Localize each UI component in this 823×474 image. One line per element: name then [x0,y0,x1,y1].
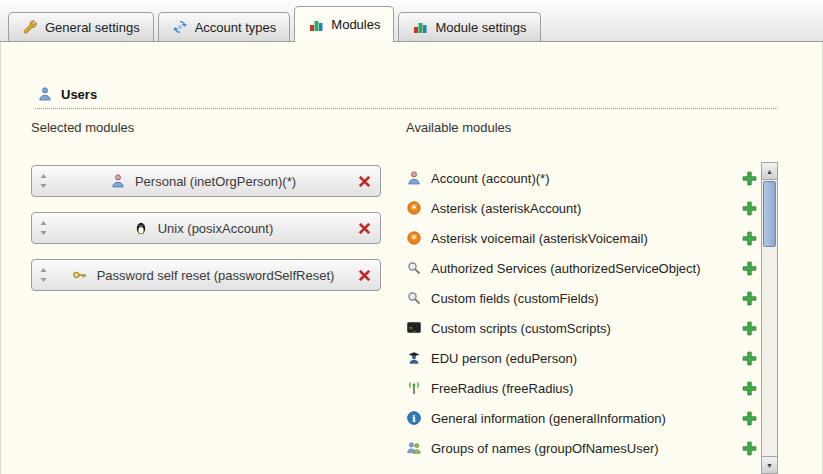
add-module-button[interactable] [741,170,758,187]
available-module-row: * Asterisk voicemail (asteriskVoicemail) [406,223,758,253]
selected-module-row[interactable]: Unix (posixAccount) [31,212,381,244]
penguin-icon [133,220,149,236]
modules-icon [412,19,428,35]
person-icon [406,170,422,186]
plus-icon [741,350,758,367]
available-module-row: i General information (generalInformatio… [406,403,758,433]
section-divider [35,108,778,109]
module-label: Account (account)(*) [431,171,732,186]
selected-modules-list: Personal (inetOrgPerson)(*) Unix (po [31,165,381,291]
available-module-row: Account (account)(*) [406,163,758,193]
available-modules-column: Available modules Account (account)(*) * [406,120,758,463]
add-module-button[interactable] [741,350,758,367]
section-title: Users [61,87,97,102]
sync-icon [172,19,188,35]
wrench-icon [22,19,38,35]
tab-modules[interactable]: Modules [294,6,394,42]
module-label: EDU person (eduPerson) [431,351,732,366]
module-label: FreeRadius (freeRadius) [431,381,732,396]
plus-icon [741,380,758,397]
plus-icon [741,410,758,427]
remove-module-button[interactable] [356,173,373,190]
drag-handle-icon[interactable] [39,220,48,236]
tab-label: Modules [331,17,380,32]
module-label: Asterisk voicemail (asteriskVoicemail) [431,231,732,246]
remove-module-button[interactable] [356,267,373,284]
available-modules-heading: Available modules [406,120,758,135]
module-label: Asterisk (asteriskAccount) [431,201,732,216]
module-label: Unix (posixAccount) [158,221,274,236]
svg-text:>_: >_ [409,324,417,332]
tab-module-settings[interactable]: Module settings [398,12,540,41]
add-module-button[interactable] [741,380,758,397]
module-label: Personal (inetOrgPerson)(*) [135,174,296,189]
person-icon [110,173,126,189]
plus-icon [741,440,758,457]
antenna-icon [406,380,422,396]
magnifier-icon [406,290,422,306]
available-module-row: FreeRadius (freeRadius) [406,373,758,403]
terminal-icon: >_ [406,320,422,336]
scroll-up-button[interactable]: ▲ [762,163,777,180]
user-icon [37,86,53,102]
delete-icon [356,220,373,237]
add-module-button[interactable] [741,290,758,307]
plus-icon [741,260,758,277]
available-module-row: EDU person (eduPerson) [406,343,758,373]
available-module-row: Custom fields (customFields) [406,283,758,313]
key-icon [72,267,88,283]
delete-icon [356,173,373,190]
tab-account-types[interactable]: Account types [158,12,291,41]
tab-bar: General settings Account types Modules M… [0,0,823,42]
available-module-row: >_ Custom scripts (customScripts) [406,313,758,343]
modules-icon [308,17,324,33]
section-heading-users: Users [37,86,97,102]
add-module-button[interactable] [741,200,758,217]
module-label: Password self reset (passwordSelfReset) [97,268,335,283]
module-label: Groups of names (groupOfNamesUser) [431,441,732,456]
group-icon [406,440,422,456]
plus-icon [741,170,758,187]
svg-text:*: * [411,202,417,216]
add-module-button[interactable] [741,410,758,427]
graduate-icon [406,350,422,366]
delete-icon [356,267,373,284]
module-label: General information (generalInformation) [431,411,732,426]
selected-module-row[interactable]: Password self reset (passwordSelfReset) [31,259,381,291]
module-label: Custom fields (customFields) [431,291,732,306]
plus-icon [741,320,758,337]
add-module-button[interactable] [741,320,758,337]
asterisk-icon: * [406,230,422,246]
svg-text:i: i [412,413,416,424]
plus-icon [741,230,758,247]
selected-modules-heading: Selected modules [31,120,381,135]
tab-label: General settings [45,20,140,35]
vertical-scrollbar[interactable]: ▲ ▼ [761,162,778,474]
tabs: General settings Account types Modules M… [8,6,541,41]
svg-text:*: * [411,232,417,246]
remove-module-button[interactable] [356,220,373,237]
add-module-button[interactable] [741,440,758,457]
add-module-button[interactable] [741,260,758,277]
tab-general-settings[interactable]: General settings [8,12,154,41]
scroll-down-button[interactable]: ▼ [762,456,777,473]
selected-modules-column: Selected modules Personal (inetOrgPerson… [31,120,381,291]
asterisk-icon: * [406,200,422,216]
magnifier-icon [406,260,422,276]
available-module-row: * Asterisk (asteriskAccount) [406,193,758,223]
drag-handle-icon[interactable] [39,267,48,283]
selected-module-row[interactable]: Personal (inetOrgPerson)(*) [31,165,381,197]
available-module-row: Authorized Services (authorizedServiceOb… [406,253,758,283]
plus-icon [741,200,758,217]
plus-icon [741,290,758,307]
info-icon: i [406,410,422,426]
available-module-row: Groups of names (groupOfNamesUser) [406,433,758,463]
module-label: Authorized Services (authorizedServiceOb… [431,261,732,276]
modules-panel: Users Selected modules Personal (inetOrg… [0,42,823,474]
scroll-thumb[interactable] [763,181,776,247]
module-label: Custom scripts (customScripts) [431,321,732,336]
lam-configuration-page: General settings Account types Modules M… [0,0,823,474]
available-modules-list: Account (account)(*) * Asterisk (asteris… [406,163,758,463]
add-module-button[interactable] [741,230,758,247]
drag-handle-icon[interactable] [39,173,48,189]
